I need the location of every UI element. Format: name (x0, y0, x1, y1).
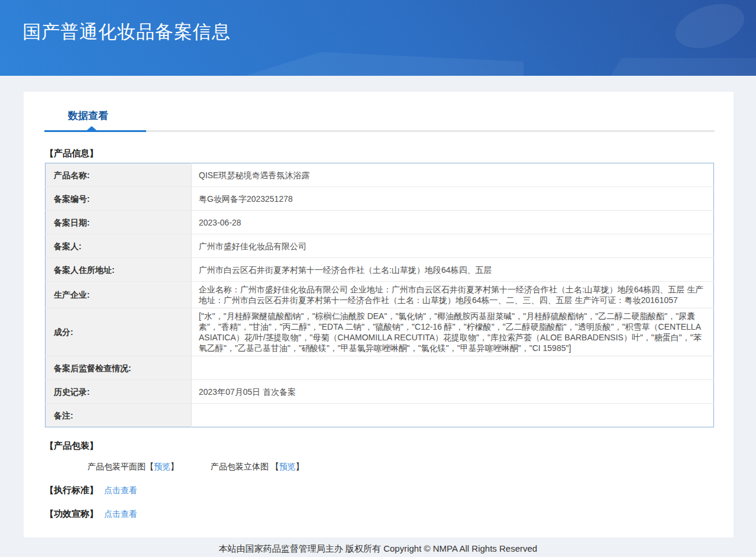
bracket-close: 】 (170, 462, 179, 471)
row-value: 2023年07月05日 首次备案 (192, 380, 714, 404)
bracket-close: 】 (296, 462, 304, 471)
table-row: 历史记录:2023年07月05日 首次备案 (46, 380, 714, 404)
row-value: 企业名称：广州市盛好佳化妆品有限公司 企业地址：广州市白云区石井街夏茅村第十一经… (192, 282, 714, 308)
row-value: 2023-06-28 (192, 211, 714, 234)
table-row: 备注: (46, 404, 714, 427)
bracket-open: 【 (271, 462, 279, 471)
standard-view-link[interactable]: 点击查看 (104, 485, 137, 495)
packaging-flat-preview-link[interactable]: 预览 (154, 462, 170, 471)
row-value: QISE琪瑟秘境奇遇香氛沐浴露 (192, 163, 714, 187)
efficacy-row: 【功效宣称】点击查看 (45, 508, 734, 520)
table-row: 生产企业:企业名称：广州市盛好佳化妆品有限公司 企业地址：广州市白云区石井街夏茅… (46, 282, 714, 308)
row-label: 备案日期: (46, 211, 192, 234)
table-row: 备案后监督检查情况: (46, 356, 714, 380)
table-row: 备案人:广州市盛好佳化妆品有限公司 (46, 234, 714, 258)
table-row: 备案编号:粤G妆网备字2023251278 (46, 187, 714, 211)
row-label: 备注: (46, 404, 192, 427)
page-footer: 本站由国家药品监督管理局主办 版权所有 Copyright © NMPA All… (0, 537, 756, 557)
header-decor-polygon-right (606, 58, 756, 76)
tab-pointer-triangle (87, 126, 96, 130)
row-label: 备案后监督检查情况: (46, 356, 192, 380)
page-header: 国产普通化妆品备案信息 (0, 0, 756, 76)
packaging-flat-item: 产品包装平面图【预览】 (88, 462, 179, 471)
row-value: ["水"，"月桂醇聚醚硫酸酯钠"，"棕榈仁油酰胺 DEA"，"氯化钠"，"椰油酰… (192, 308, 714, 356)
product-info-table: 产品名称:QISE琪瑟秘境奇遇香氛沐浴露备案编号:粤G妆网备字202325127… (45, 163, 714, 427)
row-label: 备案人: (46, 234, 192, 258)
row-label: 备案人住所地址: (46, 258, 192, 282)
table-row: 备案人住所地址:广州市白云区石井街夏茅村第十一经济合作社（土名:山草拢）地段64… (46, 258, 714, 282)
product-table-body: 产品名称:QISE琪瑟秘境奇遇香氛沐浴露备案编号:粤G妆网备字202325127… (46, 163, 714, 427)
page-title: 国产普通化妆品备案信息 (22, 20, 231, 44)
section-standard-title: 【执行标准】 (45, 485, 98, 495)
section-efficacy-title: 【功效宣称】 (45, 508, 98, 519)
tab-data-view[interactable]: 数据查看 (68, 92, 108, 123)
row-value (192, 356, 714, 380)
header-decor-ellipse (670, 0, 749, 56)
tab-bar: 数据查看 (24, 92, 734, 132)
standard-row: 【执行标准】点击查看 (45, 485, 734, 496)
bracket-open: 【 (146, 462, 154, 471)
content-card: 数据查看 【产品信息】 产品名称:QISE琪瑟秘境奇遇香氛沐浴露备案编号:粤G妆… (24, 92, 734, 537)
row-value (192, 404, 714, 427)
table-row: 成分:["水"，"月桂醇聚醚硫酸酯钠"，"棕榈仁油酰胺 DEA"，"氯化钠"，"… (46, 308, 714, 356)
copyright-text: 本站由国家药品监督管理局主办 版权所有 Copyright © NMPA All… (219, 543, 537, 553)
packaging-flat-label: 产品包装平面图 (88, 462, 146, 471)
section-product-info-title: 【产品信息】 (45, 148, 734, 159)
page: 国产普通化妆品备案信息 数据查看 【产品信息】 产品名称:QISE琪瑟秘境奇遇香… (0, 0, 756, 557)
row-label: 产品名称: (46, 163, 192, 187)
row-label: 历史记录: (46, 380, 192, 404)
packaging-stereo-item: 产品包装立体图 【预览】 (211, 462, 304, 471)
efficacy-view-link[interactable]: 点击查看 (104, 509, 137, 519)
header-decor-polygon-left (234, 52, 524, 76)
row-value: 粤G妆网备字2023251278 (192, 187, 714, 211)
table-row: 备案日期:2023-06-28 (46, 211, 714, 234)
tab-active-indicator (44, 130, 146, 132)
row-value: 广州市盛好佳化妆品有限公司 (192, 234, 714, 258)
row-label: 备案编号: (46, 187, 192, 211)
table-row: 产品名称:QISE琪瑟秘境奇遇香氛沐浴露 (46, 163, 714, 187)
packaging-row: 产品包装平面图【预览】 产品包装立体图 【预览】 (88, 462, 734, 472)
row-label: 生产企业: (46, 282, 192, 308)
row-label: 成分: (46, 308, 192, 356)
tab-underline (44, 130, 715, 132)
packaging-stereo-preview-link[interactable]: 预览 (279, 462, 296, 471)
row-value: 广州市白云区石井街夏茅村第十一经济合作社（土名:山草拢）地段64栋四、五层 (192, 258, 714, 282)
packaging-stereo-label: 产品包装立体图 (211, 462, 271, 471)
section-packaging-title: 【产品包装】 (45, 440, 734, 452)
